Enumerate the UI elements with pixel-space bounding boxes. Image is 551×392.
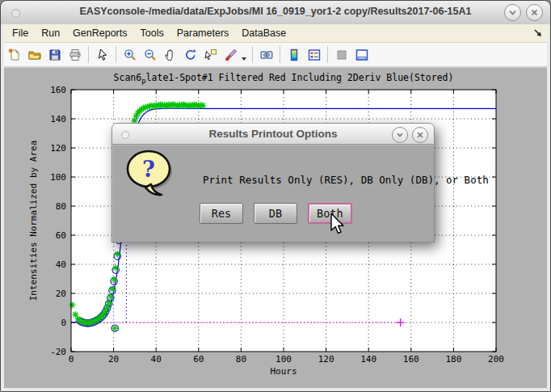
svg-text:140: 140: [360, 354, 376, 365]
print-figure-button[interactable]: [65, 45, 85, 65]
svg-text:60: 60: [56, 230, 66, 241]
dialog-shade-button[interactable]: [392, 127, 408, 143]
menu-item-file[interactable]: File: [6, 26, 35, 40]
menu-item-parameters[interactable]: Parameters: [170, 26, 236, 40]
window-frame-right: [547, 24, 550, 391]
menu-item-tools[interactable]: Tools: [134, 26, 170, 40]
mouse-cursor-icon: [330, 213, 347, 237]
window-frame-bottom: [1, 388, 550, 391]
save-icon: [48, 48, 61, 61]
menu-item-genreports[interactable]: GenReports: [66, 26, 133, 40]
svg-text:200: 200: [488, 354, 504, 365]
x-axis-label: Hours: [270, 366, 297, 377]
y-axis-label: Intensities Normalized by Area: [28, 141, 39, 301]
question-bubble-icon: ?: [124, 147, 178, 204]
pan-button[interactable]: [160, 45, 180, 65]
new-document-icon: [8, 48, 21, 61]
x-tick-labels: 020406080100120140160180200: [69, 354, 504, 365]
window-frame-left: [1, 24, 4, 391]
open-file-button[interactable]: [24, 45, 44, 65]
svg-text:120: 120: [318, 354, 334, 365]
chevron-down-icon: [508, 8, 517, 17]
dock-figure-icon[interactable]: [532, 27, 544, 39]
show-plot-tools-icon: [355, 48, 368, 61]
menu-bar: FileRunGenReportsToolsParametersDataBase: [1, 24, 550, 43]
svg-text:180: 180: [445, 354, 461, 365]
insert-legend-button[interactable]: [304, 45, 324, 65]
svg-text:80: 80: [56, 201, 66, 212]
svg-text:0: 0: [69, 354, 74, 365]
show-plot-tools-button[interactable]: [351, 45, 372, 65]
dialog-controls: [392, 127, 428, 143]
dialog-button-db[interactable]: DB: [254, 203, 297, 224]
svg-text:140: 140: [50, 114, 66, 124]
toolbar-separator: [327, 46, 328, 63]
zoom-out-button[interactable]: [140, 45, 160, 65]
rotate-3d-button[interactable]: [180, 45, 200, 65]
dialog-menu-dot-icon[interactable]: [121, 131, 129, 139]
link-plot-button[interactable]: [256, 45, 276, 65]
menu-item-database[interactable]: DataBase: [235, 26, 292, 40]
window-controls: [504, 4, 543, 21]
figure-toolbar: [1, 43, 550, 68]
new-figure-button[interactable]: [4, 45, 24, 65]
toolbar-separator: [88, 46, 89, 63]
dialog-titlebar[interactable]: Results Printout Options: [111, 123, 435, 145]
open-folder-icon: [28, 48, 41, 61]
zoom-in-icon: [124, 48, 137, 61]
close-icon: [416, 131, 424, 139]
hide-plot-tools-button[interactable]: [331, 45, 351, 65]
dialog-message: Print Results Only (RES), DB Only (DB), …: [203, 174, 489, 186]
brush-data-button[interactable]: [221, 45, 241, 65]
svg-text:100: 100: [50, 172, 66, 183]
svg-text:20: 20: [108, 354, 119, 365]
dialog-button-res[interactable]: Res: [200, 203, 243, 224]
dialog-title: Results Printout Options: [208, 128, 337, 140]
shade-button[interactable]: [504, 4, 521, 21]
data-cursor-icon: [204, 48, 217, 61]
zoom-in-button[interactable]: [120, 45, 140, 65]
results-printout-dialog: Results Printout Options ? Print Results…: [111, 123, 435, 242]
chevron-down-icon: [396, 131, 404, 139]
svg-text:60: 60: [193, 354, 204, 365]
window-titlebar[interactable]: EASYconsole-/media/data/ExpJobs/MI 16_09…: [1, 1, 550, 25]
toolbar-separator: [280, 46, 280, 63]
pan-icon: [164, 48, 177, 61]
brush-icon: [225, 48, 238, 61]
menu-item-run[interactable]: Run: [35, 26, 66, 40]
plot-title: Scan6plate1-Spot#1 Filtered Red Includin…: [114, 72, 454, 85]
window-title: EASYconsole-/media/data/ExpJobs/MI 16_09…: [1, 6, 550, 17]
save-figure-button[interactable]: [44, 45, 65, 65]
svg-text:20: 20: [56, 289, 66, 299]
colorbar-icon: [288, 48, 301, 61]
toolbar-separator: [116, 46, 116, 63]
pointer-icon: [96, 48, 109, 61]
svg-text:80: 80: [236, 354, 246, 365]
link-icon: [260, 48, 273, 61]
print-icon: [69, 48, 82, 61]
svg-text:-20: -20: [50, 347, 66, 357]
svg-text:160: 160: [403, 354, 419, 365]
legend-icon: [308, 48, 321, 61]
brush-dropdown-icon[interactable]: [242, 57, 246, 61]
easyconsole-window: EASYconsole-/media/data/ExpJobs/MI 16_09…: [0, 0, 551, 392]
insert-colorbar-button[interactable]: [284, 45, 304, 65]
toolbar-separator: [252, 46, 253, 63]
rotate-3d-icon: [184, 48, 197, 61]
close-button[interactable]: [526, 4, 543, 21]
hide-plot-tools-icon: [335, 48, 348, 61]
svg-text:40: 40: [56, 259, 66, 270]
dialog-body: ? Print Results Only (RES), DB Only (DB)…: [111, 145, 435, 242]
svg-text:120: 120: [50, 143, 66, 154]
zoom-out-icon: [144, 48, 157, 61]
svg-text:100: 100: [276, 354, 292, 365]
svg-text:160: 160: [50, 85, 66, 95]
edit-plot-button[interactable]: [92, 45, 112, 65]
svg-text:0: 0: [61, 318, 66, 328]
y-tick-labels: -20020406080100120140160: [50, 85, 66, 357]
dialog-close-button[interactable]: [412, 127, 428, 143]
svg-text:?: ?: [142, 157, 155, 182]
close-icon: [530, 8, 539, 17]
data-cursor-button[interactable]: [200, 45, 221, 65]
svg-text:40: 40: [151, 354, 162, 365]
